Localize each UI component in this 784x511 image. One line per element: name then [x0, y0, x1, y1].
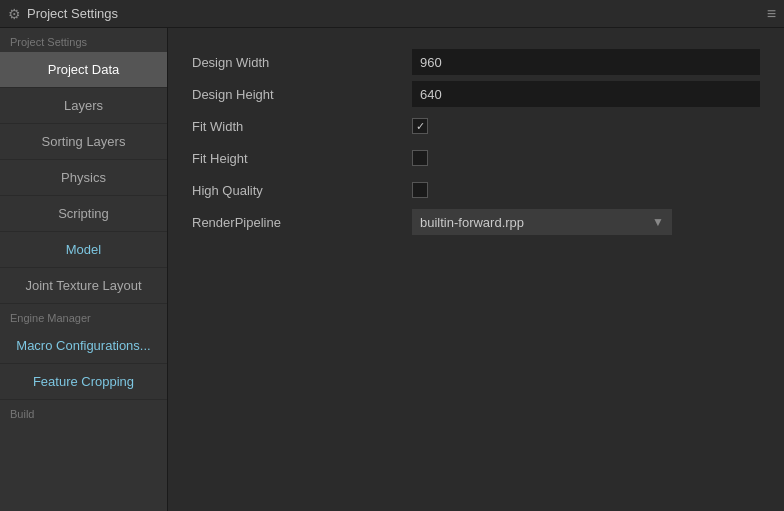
render-pipeline-row: RenderPipeline builtin-forward.rpp built…	[192, 208, 760, 236]
sidebar-item-feature-cropping[interactable]: Feature Cropping	[0, 364, 167, 400]
design-height-label: Design Height	[192, 87, 412, 102]
sidebar-item-joint-texture-layout[interactable]: Joint Texture Layout	[0, 268, 167, 304]
sidebar-item-model[interactable]: Model	[0, 232, 167, 268]
high-quality-label: High Quality	[192, 183, 412, 198]
main-layout: Project Settings Project Data Layers Sor…	[0, 28, 784, 511]
fit-height-checkbox[interactable]	[412, 150, 428, 166]
design-width-input[interactable]	[412, 49, 760, 75]
design-height-row: Design Height	[192, 80, 760, 108]
fit-width-row: Fit Width	[192, 112, 760, 140]
fit-width-checkbox[interactable]	[412, 118, 428, 134]
section-label-project-settings: Project Settings	[0, 28, 167, 52]
section-label-build: Build	[0, 400, 167, 424]
sidebar-item-project-data[interactable]: Project Data	[0, 52, 167, 88]
content-area: Design Width Design Height Fit Width Fit…	[168, 28, 784, 511]
sidebar-item-macro-configurations[interactable]: Macro Configurations...	[0, 328, 167, 364]
title-bar-left: ⚙ Project Settings	[8, 6, 118, 22]
title-bar: ⚙ Project Settings ≡	[0, 0, 784, 28]
fit-width-label: Fit Width	[192, 119, 412, 134]
high-quality-row: High Quality	[192, 176, 760, 204]
render-pipeline-select[interactable]: builtin-forward.rpp builtin-deferred.rpp	[420, 215, 648, 230]
section-label-engine-manager: Engine Manager	[0, 304, 167, 328]
window-title: Project Settings	[27, 6, 118, 21]
sidebar-item-sorting-layers[interactable]: Sorting Layers	[0, 124, 167, 160]
design-width-label: Design Width	[192, 55, 412, 70]
sidebar-item-scripting[interactable]: Scripting	[0, 196, 167, 232]
select-arrow-icon: ▼	[652, 215, 664, 229]
render-pipeline-select-wrapper: builtin-forward.rpp builtin-deferred.rpp…	[412, 209, 672, 235]
sidebar-item-physics[interactable]: Physics	[0, 160, 167, 196]
menu-icon[interactable]: ≡	[767, 5, 776, 23]
fit-height-row: Fit Height	[192, 144, 760, 172]
fit-height-label: Fit Height	[192, 151, 412, 166]
design-width-row: Design Width	[192, 48, 760, 76]
render-pipeline-label: RenderPipeline	[192, 215, 412, 230]
design-height-input[interactable]	[412, 81, 760, 107]
sidebar-item-layers[interactable]: Layers	[0, 88, 167, 124]
sidebar: Project Settings Project Data Layers Sor…	[0, 28, 168, 511]
gear-icon: ⚙	[8, 6, 21, 22]
high-quality-checkbox[interactable]	[412, 182, 428, 198]
